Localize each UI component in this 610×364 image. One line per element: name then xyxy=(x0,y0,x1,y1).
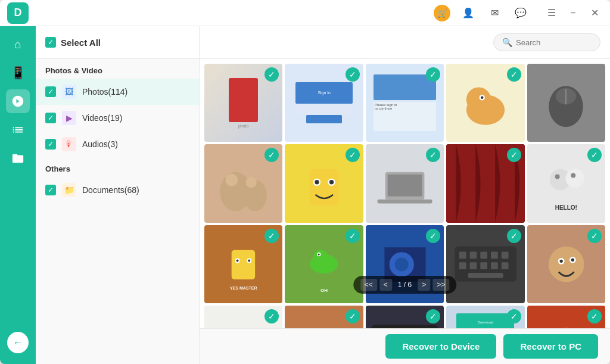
select-all-checkbox[interactable]: ✓ xyxy=(45,37,56,48)
svg-point-53 xyxy=(571,258,574,261)
audios-icon: 🎙 xyxy=(62,137,76,151)
pagination-prev[interactable]: < xyxy=(379,279,392,291)
svg-rect-40 xyxy=(480,252,487,259)
left-panel: ✓ Select All Photos & Video ✓ 🖼 Photos(1… xyxy=(36,26,200,364)
close-btn[interactable]: ✕ xyxy=(586,5,603,21)
svg-point-4 xyxy=(481,96,484,99)
grid-item[interactable]: Sign in✓ xyxy=(285,64,363,142)
sidebar-folder[interactable] xyxy=(6,147,30,170)
grid-item[interactable]: Miss you✓ xyxy=(204,306,282,328)
svg-rect-43 xyxy=(459,263,466,270)
grid-item[interactable]: ✓ xyxy=(527,306,605,328)
menu-btn[interactable]: ☰ xyxy=(543,5,560,21)
grid-item[interactable]: ✓ xyxy=(285,306,363,328)
grid-item[interactable]: ✓ xyxy=(446,144,524,222)
svg-rect-45 xyxy=(480,263,487,270)
svg-rect-12 xyxy=(309,169,338,206)
chat-icon[interactable]: 💬 xyxy=(512,5,529,21)
check-overlay: ✓ xyxy=(346,229,360,243)
audios-checkbox[interactable]: ✓ xyxy=(45,139,56,150)
svg-rect-70 xyxy=(372,325,438,328)
svg-point-15 xyxy=(315,180,319,184)
documents-icon: 📁 xyxy=(62,183,76,197)
sidebar-backup[interactable] xyxy=(6,89,30,113)
grid-item[interactable]: YES MASTER✓ xyxy=(204,225,282,303)
svg-rect-38 xyxy=(459,252,466,259)
svg-rect-42 xyxy=(501,252,508,259)
grid-item[interactable]: Please sign into continue✓ xyxy=(366,64,444,142)
svg-point-52 xyxy=(559,260,562,263)
app-logo: D xyxy=(7,2,29,24)
sidebar-item-documents[interactable]: ✓ 📁 Documents(68) xyxy=(36,177,199,203)
svg-rect-48 xyxy=(468,273,503,278)
check-overlay: ✓ xyxy=(426,229,440,243)
sidebar-item-videos[interactable]: ✓ ▶ Videos(19) xyxy=(36,105,199,131)
pagination-next[interactable]: > xyxy=(418,279,430,291)
check-overlay: ✓ xyxy=(587,229,602,243)
svg-point-23 xyxy=(555,175,560,179)
grid-item[interactable]: ✓ xyxy=(446,225,524,303)
grid-item[interactable]: ✓ xyxy=(366,144,444,222)
svg-rect-47 xyxy=(501,263,508,270)
right-panel: 🔍 photo✓Sign in✓Please sign into continu… xyxy=(200,26,610,364)
recover-to-device-button[interactable]: Recover to Device xyxy=(385,334,496,359)
sidebar-list[interactable] xyxy=(6,118,30,142)
pagination-first[interactable]: << xyxy=(360,279,377,291)
select-all-row[interactable]: ✓ Select All xyxy=(36,26,199,59)
svg-point-11 xyxy=(246,176,257,187)
sidebar-phone[interactable]: 📱 xyxy=(6,61,30,85)
check-overlay: ✓ xyxy=(426,67,440,82)
minimize-btn[interactable]: − xyxy=(565,5,581,21)
svg-rect-41 xyxy=(491,252,498,259)
sidebar-item-photos[interactable]: ✓ 🖼 Photos(114) xyxy=(36,79,199,105)
videos-icon: ▶ xyxy=(62,111,76,125)
documents-checkbox[interactable]: ✓ xyxy=(45,185,56,195)
sidebar-home[interactable]: ⌂ xyxy=(6,32,30,56)
grid-item[interactable]: photo✓ xyxy=(204,64,282,142)
main-content: ⌂ 📱 ← ✓ Select All Photos & Video ✓ xyxy=(0,26,610,364)
sidebar-item-audios[interactable]: ✓ 🎙 Audios(3) xyxy=(36,131,199,157)
svg-point-28 xyxy=(236,260,239,262)
grid-item[interactable]: OH✓ xyxy=(285,225,363,303)
grid-item[interactable]: ✓ xyxy=(366,306,444,328)
svg-point-10 xyxy=(225,173,238,186)
pagination-text: 1 / 6 xyxy=(394,281,415,289)
videos-checkbox[interactable]: ✓ xyxy=(45,113,56,123)
svg-point-86 xyxy=(559,327,573,328)
grid-item[interactable]: ✓ xyxy=(527,225,605,303)
search-icon: 🔍 xyxy=(502,38,512,47)
documents-label: Documents(68) xyxy=(82,185,139,195)
others-header: Others xyxy=(36,157,199,177)
user-icon[interactable]: 👤 xyxy=(460,5,477,21)
grid-item[interactable]: ✓ xyxy=(204,144,282,222)
photos-label: Photos(114) xyxy=(82,87,127,97)
right-header: 🔍 xyxy=(200,26,610,59)
svg-point-29 xyxy=(248,260,251,262)
grid-item[interactable] xyxy=(527,64,605,142)
svg-point-31 xyxy=(313,250,329,266)
app-window: D 🛒 👤 ✉ 💬 ☰ − ✕ ⌂ 📱 xyxy=(0,0,610,364)
svg-rect-46 xyxy=(491,263,498,270)
titlebar-left: D xyxy=(7,2,29,24)
recover-to-pc-button[interactable]: Recover to PC xyxy=(503,334,598,359)
titlebar: D 🛒 👤 ✉ 💬 ☰ − ✕ xyxy=(0,0,610,26)
grid-wrapper: photo✓Sign in✓Please sign into continue✓… xyxy=(200,59,610,328)
grid-item[interactable]: ✓ xyxy=(285,144,363,222)
svg-point-2 xyxy=(468,95,478,114)
mail-icon[interactable]: ✉ xyxy=(486,5,503,21)
svg-rect-39 xyxy=(469,252,477,259)
back-button[interactable]: ← xyxy=(7,332,29,353)
grid-item[interactable]: ✓ xyxy=(446,64,524,142)
cart-icon[interactable]: 🛒 xyxy=(434,5,450,21)
window-controls: ☰ − ✕ xyxy=(543,5,603,21)
photos-checkbox[interactable]: ✓ xyxy=(45,86,56,97)
check-overlay: ✓ xyxy=(346,67,360,82)
search-box[interactable]: 🔍 xyxy=(493,33,600,51)
grid-item[interactable]: HELLO!✓ xyxy=(527,144,605,222)
pagination-last[interactable]: >> xyxy=(432,279,449,291)
audios-label: Audios(3) xyxy=(82,139,118,149)
grid-item[interactable]: DownloadApp downloadavailable now✓ xyxy=(446,306,524,328)
svg-point-24 xyxy=(571,173,575,178)
search-input[interactable] xyxy=(516,38,592,47)
photos-icon: 🖼 xyxy=(62,85,76,99)
